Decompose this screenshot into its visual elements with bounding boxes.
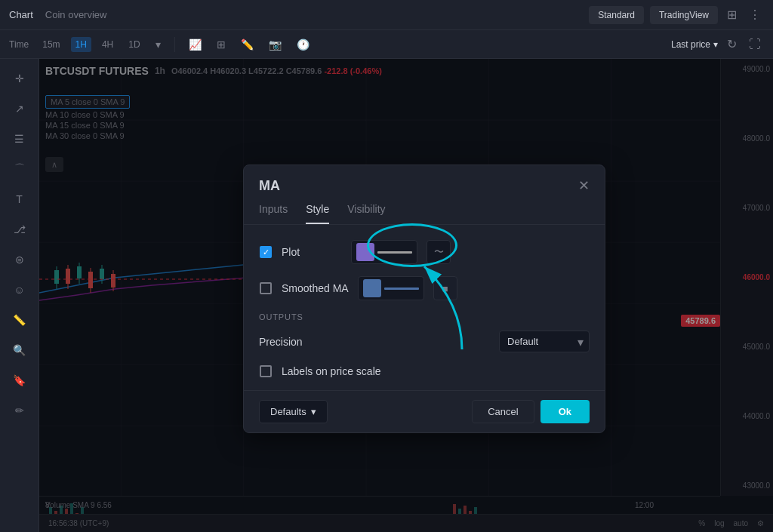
- labels-on-price-scale-row: Labels on price scale: [259, 364, 590, 378]
- precision-select[interactable]: Default 0 1 2: [499, 331, 590, 352]
- outputs-label: OUTPUTS: [259, 312, 590, 321]
- labels-checkbox[interactable]: [260, 365, 272, 377]
- node-icon[interactable]: ⎇: [6, 216, 33, 243]
- precision-label: Precision: [259, 336, 499, 348]
- tradingview-button[interactable]: TradingView: [650, 6, 718, 24]
- bookmark-icon[interactable]: 🔖: [6, 367, 33, 394]
- modal-tabs: Inputs Style Visibility: [244, 203, 605, 225]
- labels-checkbox-wrapper: [259, 364, 273, 378]
- chart-area: BTCUSDT FUTURES 1h O46002.4 H46020.3 L45…: [39, 59, 773, 532]
- edit-icon[interactable]: ✏: [6, 397, 33, 424]
- time-1d[interactable]: 1D: [124, 37, 144, 52]
- modal-actions: Cancel Ok: [472, 400, 590, 423]
- emoji-icon[interactable]: ☺: [6, 276, 33, 303]
- plot-line-style: [377, 251, 412, 254]
- filter-icon[interactable]: ⊜: [6, 246, 33, 273]
- smoothed-ma-color-swatch: [363, 279, 381, 297]
- nav-left: Chart Coin overview: [9, 6, 106, 23]
- smoothed-ma-label: Smoothed MA: [282, 282, 349, 294]
- labels-label: Labels on price scale: [282, 365, 381, 377]
- smoothed-ma-checkbox-wrapper: [259, 281, 273, 295]
- draw-icon[interactable]: ✏️: [236, 35, 258, 54]
- smoothed-ma-line-style: [384, 288, 419, 290]
- modal-header: MA ✕: [244, 165, 605, 194]
- time-label: Time: [9, 39, 29, 50]
- crosshair-icon[interactable]: ✛: [6, 65, 33, 92]
- line-chart-icon[interactable]: 📈: [184, 35, 206, 54]
- clock-icon[interactable]: 🕐: [292, 35, 314, 54]
- text-icon[interactable]: T: [6, 186, 33, 213]
- modal-close-button[interactable]: ✕: [578, 177, 590, 194]
- smoothed-ma-color-button[interactable]: [358, 276, 424, 300]
- tab-style[interactable]: Style: [306, 203, 329, 224]
- nav-tab-chart[interactable]: Chart: [9, 6, 33, 23]
- ma-settings-modal: MA ✕ Inputs Style Visibility Plot: [243, 165, 605, 433]
- time-4h[interactable]: 4H: [97, 37, 118, 52]
- standard-button[interactable]: Standard: [589, 6, 644, 24]
- curve-icon[interactable]: ⌒: [6, 155, 33, 183]
- plot-checkbox-wrapper: [259, 245, 273, 259]
- plot-row: Plot 〜: [259, 240, 590, 264]
- smoothed-ma-row: Smoothed MA ■: [259, 276, 590, 300]
- bar-chart-icon[interactable]: ⊞: [212, 35, 230, 54]
- time-1h[interactable]: 1H: [71, 37, 91, 52]
- arrow-icon[interactable]: ↗: [6, 95, 33, 122]
- more-icon[interactable]: ⋮: [746, 5, 764, 25]
- nav-right: Standard TradingView ⊞ ⋮: [589, 5, 764, 25]
- camera-icon[interactable]: 📷: [264, 35, 286, 54]
- left-sidebar: ✛ ↗ ☰ ⌒ T ⎇ ⊜ ☺ 📏 🔍 🔖 ✏: [0, 59, 39, 532]
- modal-body: Plot 〜 Smoothed MA: [244, 225, 605, 390]
- grid-icon[interactable]: ⊞: [724, 5, 740, 25]
- ok-button[interactable]: Ok: [540, 400, 590, 423]
- top-nav: Chart Coin overview Standard TradingView…: [0, 0, 773, 30]
- smoothed-ma-checkbox[interactable]: [260, 282, 272, 294]
- plot-label: Plot: [282, 246, 342, 258]
- ruler-icon[interactable]: 📏: [6, 306, 33, 334]
- plot-checkbox[interactable]: [260, 246, 272, 258]
- precision-select-wrapper: Default 0 1 2: [499, 331, 590, 352]
- separator: [174, 37, 175, 52]
- modal-title: MA: [259, 178, 280, 194]
- main-area: ✛ ↗ ☰ ⌒ T ⎇ ⊜ ☺ 📏 🔍 🔖 ✏: [0, 59, 773, 532]
- tab-inputs[interactable]: Inputs: [259, 203, 288, 224]
- cancel-button[interactable]: Cancel: [472, 400, 534, 423]
- chevron-down-icon[interactable]: ▾: [151, 35, 165, 54]
- tab-visibility[interactable]: Visibility: [347, 203, 385, 224]
- horizontal-line-icon[interactable]: ☰: [6, 125, 33, 152]
- zoom-icon[interactable]: 🔍: [6, 337, 33, 364]
- plot-color-button[interactable]: [351, 240, 417, 264]
- nav-tab-coin-overview[interactable]: Coin overview: [45, 6, 107, 23]
- smoothed-ma-line-type-button[interactable]: ■: [433, 276, 457, 300]
- sync-icon[interactable]: ↻: [724, 34, 740, 54]
- toolbar-right: Last price ▾ ↻ ⛶: [671, 34, 764, 54]
- fullscreen-icon[interactable]: ⛶: [746, 35, 764, 54]
- defaults-button[interactable]: Defaults ▾: [259, 400, 328, 423]
- precision-row: Precision Default 0 1 2: [259, 331, 590, 352]
- last-price-button[interactable]: Last price ▾: [671, 39, 718, 50]
- plot-line-type-button[interactable]: 〜: [427, 240, 451, 264]
- modal-footer: Defaults ▾ Cancel Ok: [244, 390, 605, 432]
- plot-color-swatch: [356, 243, 374, 261]
- time-15m[interactable]: 15m: [38, 37, 64, 52]
- toolbar: Time 15m 1H 4H 1D ▾ 📈 ⊞ ✏️ 📷 🕐 Last pric…: [0, 30, 773, 59]
